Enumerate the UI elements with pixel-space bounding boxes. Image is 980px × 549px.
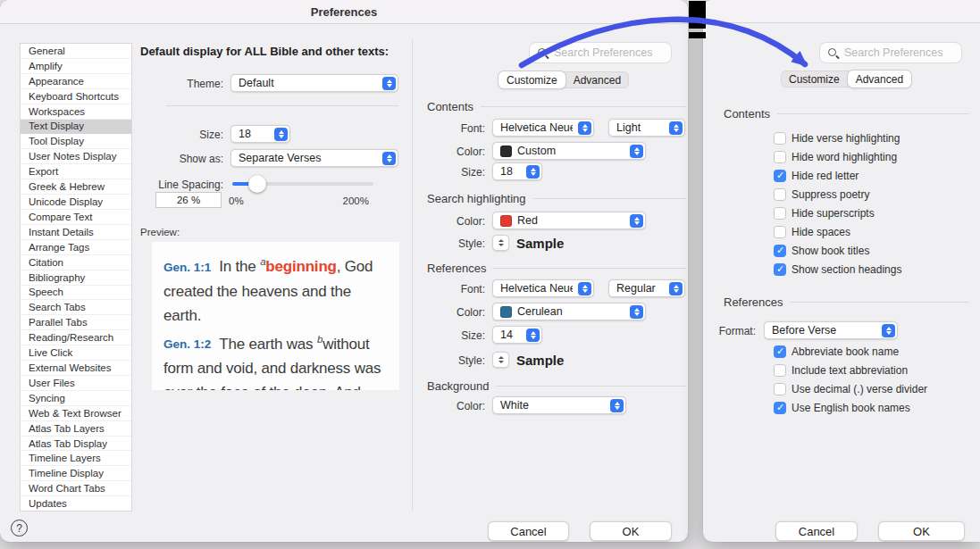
checkbox[interactable] [774,345,786,358]
cancel-button[interactable]: Cancel [775,521,858,541]
tab-advanced[interactable]: Advanced [565,71,629,88]
sidebar-item[interactable]: Export [21,164,131,179]
sidebar-item[interactable]: Atlas Tab Display [21,437,131,452]
stepper-icon[interactable] [382,152,396,165]
references-font-style-popup[interactable]: Regular [608,279,685,297]
tab-advanced[interactable]: Advanced [848,71,911,87]
line-spacing-value-field[interactable]: 26 % [155,192,222,208]
stepper-icon[interactable] [526,329,540,342]
checkbox[interactable] [774,383,786,395]
sidebar-item[interactable]: User Notes Display [21,149,131,164]
sidebar-item[interactable]: Amplify [21,59,131,74]
sidebar-item[interactable]: Compare Text [21,210,131,225]
tab-customize[interactable]: Customize [498,71,565,88]
sidebar-item[interactable]: Arrange Tags [21,240,131,255]
sidebar-item[interactable]: Speech [21,286,131,301]
checkbox-option[interactable]: Abbreviate book name [774,342,927,361]
references-font-popup[interactable]: Helvetica Neue [492,279,594,297]
sidebar-item[interactable]: Timeline Display [21,466,131,481]
sidebar-item[interactable]: Parallel Tabs [21,315,131,330]
references-color-popup[interactable]: Cerulean [492,303,646,320]
sidebar-item[interactable]: General [21,44,131,59]
checkbox[interactable] [774,170,786,182]
line-spacing-slider[interactable] [232,175,373,193]
stepper-icon[interactable] [578,282,591,295]
search-field[interactable] [819,42,962,63]
search-input[interactable] [820,43,961,62]
stepper-icon[interactable] [630,305,643,319]
sidebar-item[interactable]: Web & Text Browser [21,406,131,421]
search-field[interactable] [529,42,672,63]
references-size-popup[interactable]: 14 [492,326,542,344]
sidebar-item[interactable]: Updates [21,496,131,511]
stepper-icon[interactable] [882,324,895,337]
sidebar-item[interactable]: Timeline Layers [21,451,131,466]
checkbox-option[interactable]: Show book titles [774,241,901,260]
checkbox[interactable] [774,402,786,414]
stepper-icon[interactable] [274,128,288,141]
highlight-color-popup[interactable]: Red [492,212,646,229]
contents-font-popup[interactable]: Helvetica Neue [492,119,594,137]
style-stepper[interactable] [492,352,509,368]
ok-button[interactable]: OK [590,521,672,541]
sidebar-item[interactable]: Live Click [21,345,131,361]
checkbox-option[interactable]: Show section headings [774,260,901,279]
checkbox-option[interactable]: Hide red letter [774,166,901,185]
checkbox-option[interactable]: Use decimal (.) verse divider [774,379,927,398]
checkbox[interactable] [774,132,786,145]
contents-size-popup[interactable]: 18 [492,162,542,180]
stepper-icon[interactable] [669,121,683,135]
checkbox[interactable] [774,207,786,220]
sidebar-item[interactable]: Appearance [21,74,131,89]
sidebar-item[interactable]: Unicode Display [21,195,131,210]
stepper-icon[interactable] [526,165,540,179]
sidebar-item[interactable]: Greek & Hebrew [21,179,131,195]
checkbox-option[interactable]: Hide spaces [774,222,901,241]
sidebar-item[interactable]: Keyboard Shortcuts [21,89,131,104]
ok-button[interactable]: OK [878,521,965,541]
sidebar-item[interactable]: Bibliography [21,270,131,286]
sidebar-item[interactable]: Text Display [21,120,131,135]
style-stepper[interactable] [492,235,509,251]
background-color-popup[interactable]: White [492,396,626,414]
format-popup[interactable]: Before Verse [764,321,898,339]
checkbox-option[interactable]: Hide superscripts [774,204,901,222]
sidebar-item[interactable]: Instant Details [21,225,131,240]
sidebar-item[interactable]: Syncing [21,391,131,406]
checkbox[interactable] [774,226,786,238]
sidebar-item[interactable]: Reading/Research [21,330,131,345]
sidebar-item[interactable]: Search Tabs [21,300,131,315]
sidebar-item[interactable]: External Websites [21,361,131,376]
checkbox-option[interactable]: Hide verse highlighting [774,129,901,147]
size-popup[interactable]: 18 [230,125,290,143]
cancel-button[interactable]: Cancel [488,521,569,541]
stepper-icon[interactable] [630,214,643,228]
contents-font-style-popup[interactable]: Light [608,119,685,137]
sidebar-item[interactable]: Citation [21,255,131,270]
help-button[interactable]: ? [11,520,28,537]
sidebar-item[interactable]: User Files [21,376,131,391]
checkbox-option[interactable]: Include text abbreviation [774,361,927,379]
stepper-icon[interactable] [669,282,683,295]
stepper-icon[interactable] [610,399,624,412]
stepper-icon[interactable] [578,121,591,135]
sidebar-item[interactable]: Atlas Tab Layers [21,421,131,437]
checkbox[interactable] [774,245,786,257]
show-as-popup[interactable]: Separate Verses [230,149,398,167]
sidebar-item[interactable]: Workspaces [21,104,131,120]
checkbox-option[interactable]: Suppress poetry [774,185,901,204]
checkbox[interactable] [774,151,786,163]
line-spacing-slider-thumb[interactable] [248,175,266,193]
theme-popup[interactable]: Default [230,74,398,92]
checkbox[interactable] [774,364,786,377]
search-input[interactable] [530,43,671,62]
sidebar-item[interactable]: Tool Display [21,134,131,149]
checkbox[interactable] [774,263,786,276]
tab-customize[interactable]: Customize [781,71,848,87]
checkbox-option[interactable]: Use English book names [774,398,927,417]
stepper-icon[interactable] [630,145,643,158]
checkbox-option[interactable]: Hide word highlighting [774,147,901,166]
sidebar-item[interactable]: Word Chart Tabs [21,481,131,496]
contents-color-popup[interactable]: Custom [492,142,646,160]
checkbox[interactable] [774,188,786,201]
